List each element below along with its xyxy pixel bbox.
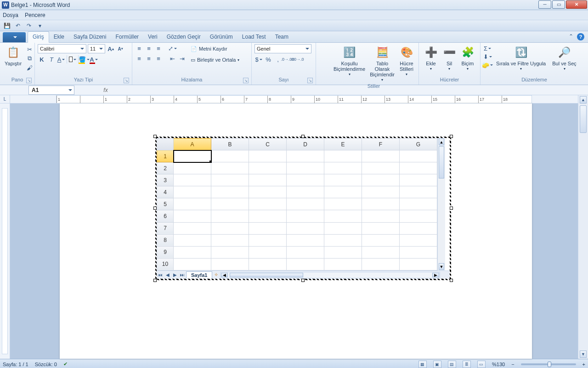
cell[interactable] (211, 210, 249, 222)
sort-filter-button[interactable]: 🔃Sırala ve Filtre Uygula▾ (494, 44, 548, 72)
cell[interactable] (362, 210, 400, 222)
cell[interactable] (211, 222, 249, 234)
row-header[interactable]: 6 (157, 210, 174, 222)
tab-team[interactable]: Team (271, 32, 293, 42)
find-select-button[interactable]: 🔎Bul ve Seç▾ (550, 44, 578, 72)
tab-nav-prev-icon[interactable]: ◀ (164, 271, 171, 279)
sheet-vertical-scrollbar[interactable]: ▲ ▼ (437, 138, 445, 270)
font-size-combo[interactable]: 11 (88, 44, 105, 53)
cell[interactable] (400, 234, 437, 246)
cell[interactable] (287, 198, 324, 210)
resize-handle[interactable] (450, 135, 453, 138)
cell[interactable] (324, 198, 362, 210)
cell[interactable] (400, 210, 437, 222)
cell[interactable] (287, 174, 324, 186)
cell[interactable] (324, 234, 362, 246)
cell[interactable] (249, 186, 287, 198)
wrap-text-button[interactable]: 📄Metni Kaydır (191, 44, 239, 53)
row-header[interactable]: 8 (157, 234, 174, 246)
resize-handle[interactable] (450, 279, 453, 282)
align-right-icon[interactable]: ≡ (154, 54, 163, 63)
new-sheet-icon[interactable]: ✧ (214, 272, 218, 278)
spellcheck-icon[interactable]: ✔ (63, 361, 68, 367)
align-launcher[interactable]: ↘ (243, 78, 249, 83)
cell[interactable] (324, 222, 362, 234)
copy-icon[interactable]: ⧉ (25, 54, 34, 63)
cell[interactable] (211, 150, 249, 162)
autosum-icon[interactable]: Σ (483, 44, 492, 52)
cell[interactable] (211, 174, 249, 186)
cell[interactable] (362, 198, 400, 210)
cell[interactable] (400, 198, 437, 210)
view-draft-icon[interactable]: ▭ (477, 361, 486, 368)
scroll-left-icon[interactable]: ◀ (221, 273, 228, 277)
scroll-up-icon[interactable]: ▲ (439, 138, 444, 145)
row-header[interactable]: 5 (157, 198, 174, 210)
conditional-formatting-button[interactable]: 🔢 Koşullu Biçimlendirme▾ (332, 44, 367, 78)
grow-font-icon[interactable]: A▴ (107, 45, 115, 53)
resize-handle[interactable] (153, 207, 157, 210)
cell[interactable] (174, 162, 211, 174)
cell[interactable] (362, 186, 400, 198)
cell[interactable] (362, 222, 400, 234)
cell[interactable] (287, 162, 324, 174)
redo-icon[interactable]: ↷ (25, 22, 33, 30)
resize-handle[interactable] (301, 135, 305, 138)
select-all-corner[interactable] (157, 138, 174, 150)
align-bottom-icon[interactable]: ≡ (154, 44, 163, 52)
horizontal-ruler[interactable]: 1123456789101112131415161718 (56, 95, 532, 104)
worksheet-grid[interactable]: ABCDEFG12345678910 (157, 138, 437, 270)
cell[interactable] (249, 162, 287, 174)
cell[interactable] (287, 258, 324, 270)
row-header[interactable]: 2 (157, 162, 174, 174)
fill-color-button[interactable]: 🪣 (80, 55, 88, 63)
align-center-icon[interactable]: ≡ (145, 54, 153, 63)
shrink-font-icon[interactable]: A▾ (116, 45, 124, 53)
scroll-thumb[interactable] (580, 105, 587, 133)
qat-more-icon[interactable]: ▾ (36, 22, 44, 30)
cell[interactable] (174, 210, 211, 222)
cell[interactable] (174, 222, 211, 234)
row-header[interactable]: 3 (157, 174, 174, 186)
minimize-button[interactable]: ─ (538, 0, 551, 9)
cell[interactable] (174, 234, 211, 246)
bold-button[interactable]: K (38, 55, 46, 63)
cell[interactable] (174, 198, 211, 210)
menu-dosya[interactable]: Dosya (3, 12, 18, 18)
cell[interactable] (362, 162, 400, 174)
tab-load-test[interactable]: Load Test (237, 32, 271, 42)
vertical-scrollbar[interactable]: ▲ ▼ (578, 95, 588, 359)
cell[interactable] (324, 150, 362, 162)
cell[interactable] (174, 186, 211, 198)
cell[interactable] (249, 222, 287, 234)
sheet-horizontal-scrollbar[interactable]: ◀ ▶ (220, 272, 440, 278)
increase-indent-icon[interactable]: ⇥ (178, 54, 186, 63)
tab-veri[interactable]: Veri (143, 32, 162, 42)
tab-gorunum[interactable]: Görünüm (205, 32, 237, 42)
cell[interactable] (174, 174, 211, 186)
orientation-icon[interactable]: ⤢ (168, 44, 176, 52)
row-header[interactable]: 10 (157, 258, 174, 270)
undo-icon[interactable]: ↶ (14, 22, 22, 30)
cell[interactable] (400, 162, 437, 174)
cell[interactable] (211, 162, 249, 174)
paste-button[interactable]: 📋 Yapıştır (3, 44, 23, 68)
resize-handle[interactable] (153, 135, 157, 138)
format-as-table-button[interactable]: 🧮 Tablo Olarak Biçimlendir▾ (367, 44, 397, 83)
vertical-ruler[interactable] (0, 104, 10, 359)
cell[interactable] (362, 258, 400, 270)
fill-icon[interactable]: ⬇ (483, 52, 492, 61)
font-name-combo[interactable]: Calibri (38, 44, 86, 53)
scroll-thumb[interactable] (439, 146, 444, 178)
tab-formuller[interactable]: Formüller (111, 32, 143, 42)
insert-cells-button[interactable]: ➕Ekle▾ (422, 44, 440, 72)
cell[interactable] (324, 186, 362, 198)
cell[interactable] (249, 258, 287, 270)
align-middle-icon[interactable]: ≡ (145, 44, 153, 52)
cell[interactable] (400, 258, 437, 270)
cell[interactable] (362, 234, 400, 246)
help-icon[interactable]: ? (577, 33, 584, 40)
cell[interactable] (362, 150, 400, 162)
cell[interactable] (287, 210, 324, 222)
tab-selector[interactable]: L (0, 95, 10, 103)
